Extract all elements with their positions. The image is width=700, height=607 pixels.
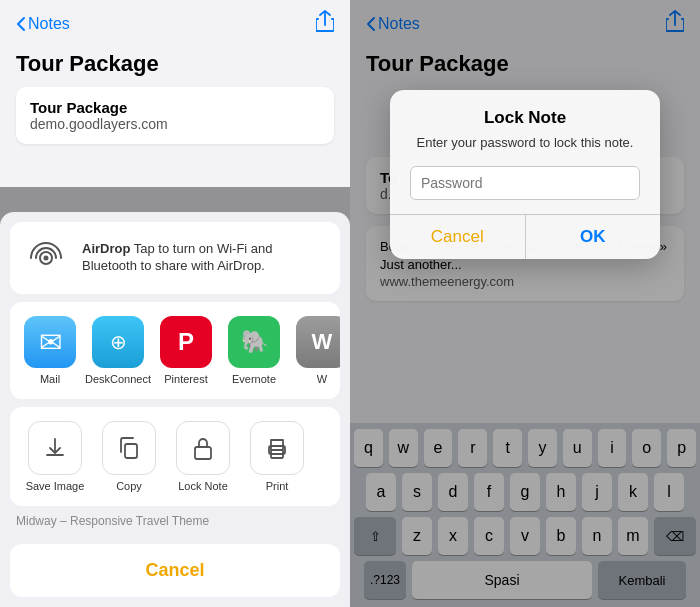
left-note-card: Tour Package demo.goodlayers.com xyxy=(16,87,334,144)
action-print[interactable]: Print xyxy=(242,421,312,492)
left-page-title: Tour Package xyxy=(0,47,350,87)
dialog-title: Lock Note xyxy=(410,108,640,128)
app-item-mail[interactable]: ✉ Mail xyxy=(20,316,80,385)
share-sheet: AirDrop Tap to turn on Wi-Fi and Bluetoo… xyxy=(0,187,350,607)
cancel-sheet-button[interactable]: Cancel xyxy=(10,544,340,597)
action-save-image[interactable]: Save Image xyxy=(20,421,90,492)
airdrop-signal-icon xyxy=(28,240,64,276)
left-back-button[interactable]: Notes xyxy=(16,15,70,33)
password-input[interactable] xyxy=(410,166,640,200)
airdrop-icon xyxy=(24,236,68,280)
save-image-icon xyxy=(28,421,82,475)
app-item-pinterest[interactable]: P Pinterest xyxy=(156,316,216,385)
right-panel: Notes Tour Package To d... Book Your Tra… xyxy=(350,0,700,607)
action-label-print: Print xyxy=(266,480,289,492)
action-label-save: Save Image xyxy=(26,480,85,492)
copy-svg-icon xyxy=(117,436,141,460)
airdrop-label: AirDrop xyxy=(82,241,130,256)
evernote-icon: 🐘 xyxy=(228,316,280,368)
action-icons-row: Save Image Copy xyxy=(10,407,340,506)
app-item-evernote[interactable]: 🐘 Evernote xyxy=(224,316,284,385)
dialog-cancel-button[interactable]: Cancel xyxy=(390,215,526,259)
lock-note-icon xyxy=(176,421,230,475)
action-copy[interactable]: Copy xyxy=(94,421,164,492)
copy-icon xyxy=(102,421,156,475)
left-back-label: Notes xyxy=(28,15,70,33)
dialog-message: Enter your password to lock this note. xyxy=(410,134,640,152)
airdrop-text: AirDrop Tap to turn on Wi-Fi and Bluetoo… xyxy=(82,241,326,275)
mail-icon: ✉ xyxy=(24,316,76,368)
share-icon xyxy=(316,10,334,32)
print-svg-icon xyxy=(265,436,289,460)
dialog-ok-button[interactable]: OK xyxy=(526,215,661,259)
svg-point-1 xyxy=(44,256,49,261)
app-label-deskconnect: DeskConnect xyxy=(85,373,151,385)
left-note-title: Tour Package xyxy=(30,99,320,116)
footer-note: Midway – Responsive Travel Theme xyxy=(0,506,350,536)
chevron-left-icon xyxy=(16,16,26,32)
svg-rect-2 xyxy=(125,444,137,458)
svg-point-6 xyxy=(281,449,283,451)
app-icons-row: ✉ Mail ⊕ DeskConnect P Pinterest 🐘 Evern… xyxy=(10,302,340,399)
dialog-buttons: Cancel OK xyxy=(390,214,660,259)
left-note-url: demo.goodlayers.com xyxy=(30,116,320,132)
action-label-copy: Copy xyxy=(116,480,142,492)
deskconnect-icon: ⊕ xyxy=(92,316,144,368)
svg-rect-3 xyxy=(195,447,211,459)
lock-icon xyxy=(191,436,215,460)
app-label-pinterest: Pinterest xyxy=(164,373,207,385)
action-label-lock: Lock Note xyxy=(178,480,228,492)
app-label-evernote: Evernote xyxy=(232,373,276,385)
more-app-icon: W xyxy=(296,316,340,368)
share-content: AirDrop Tap to turn on Wi-Fi and Bluetoo… xyxy=(0,212,350,607)
app-label-more: W xyxy=(317,373,327,385)
dialog-overlay: Lock Note Enter your password to lock th… xyxy=(350,0,700,607)
left-share-button[interactable] xyxy=(316,10,334,37)
print-icon xyxy=(250,421,304,475)
dialog-body: Lock Note Enter your password to lock th… xyxy=(390,90,660,214)
left-panel: Notes Tour Package Tour Package demo.goo… xyxy=(0,0,350,607)
lock-note-dialog: Lock Note Enter your password to lock th… xyxy=(390,90,660,259)
app-item-more[interactable]: W W xyxy=(292,316,340,385)
left-nav-bar: Notes xyxy=(0,0,350,47)
app-item-deskconnect[interactable]: ⊕ DeskConnect xyxy=(88,316,148,385)
airdrop-row[interactable]: AirDrop Tap to turn on Wi-Fi and Bluetoo… xyxy=(10,222,340,294)
download-icon xyxy=(43,436,67,460)
app-label-mail: Mail xyxy=(40,373,60,385)
action-lock-note[interactable]: Lock Note xyxy=(168,421,238,492)
pinterest-icon: P xyxy=(160,316,212,368)
